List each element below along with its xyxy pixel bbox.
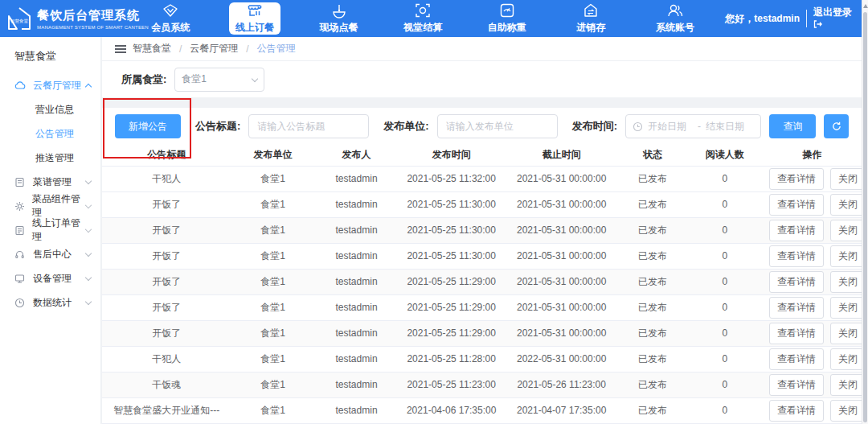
canteen-select[interactable]: 食堂1: [174, 68, 264, 92]
announcement-title-cell: 开饭了: [102, 217, 231, 243]
nav-inventory[interactable]: 进销存: [565, 0, 616, 37]
logout-button[interactable]: 退出登录: [813, 6, 854, 31]
svg-text:智慧食堂: 智慧食堂: [10, 19, 29, 24]
announcement-title-cell: 干犯人: [102, 346, 231, 372]
read-count-cell: 0: [687, 346, 764, 372]
close-button[interactable]: 关闭: [830, 400, 862, 422]
refresh-icon: [832, 121, 841, 131]
column-header: 截止时间: [505, 145, 619, 166]
clock-icon: [633, 121, 643, 132]
announcement-title-cell: 开饭了: [102, 243, 231, 269]
view-details-button[interactable]: 查看详情: [769, 194, 824, 216]
publish-time-cell: 2021-05-25 11:30:00: [399, 243, 505, 269]
sidebar-item-online-order-mgmt[interactable]: 线上订单管理: [0, 218, 100, 242]
view-details-button[interactable]: 查看详情: [769, 245, 824, 267]
publisher-cell: testadmin: [315, 269, 399, 294]
refresh-button[interactable]: [824, 114, 849, 138]
column-header: 公告标题: [102, 145, 231, 166]
close-button[interactable]: 关闭: [830, 220, 862, 241]
main-content: 智慧食堂 / 云餐厅管理 / 公告管理 所属食堂: 食堂1 新增公告 公告标题:…: [102, 37, 862, 424]
start-date-input[interactable]: [648, 121, 693, 132]
read-count-cell: 0: [687, 320, 764, 346]
end-time-cell: 2021-05-31 00:00:00: [505, 269, 619, 294]
unit-filter-input[interactable]: [437, 114, 558, 138]
view-details-button[interactable]: 查看详情: [769, 297, 824, 319]
sidebar-item-business-info[interactable]: 营业信息: [0, 97, 100, 121]
publish-time-cell: 2021-05-25 11:30:00: [399, 191, 505, 217]
vertical-scrollbar[interactable]: [862, 0, 868, 424]
publish-time-cell: 2021-05-25 11:29:00: [399, 294, 505, 320]
publish-time-cell: 2021-05-25 11:23:00: [399, 372, 505, 397]
announcement-table: 公告标题 发布单位 发布人 发布时间 截止时间 状态 阅读人数 操作 干犯人食堂…: [102, 145, 862, 424]
nav-system-accounts[interactable]: 系统账号: [649, 0, 701, 37]
close-button[interactable]: 关闭: [830, 194, 862, 216]
sidebar-item-device-mgmt[interactable]: 设备管理: [0, 266, 100, 290]
nav-self-weighing[interactable]: 自助称重: [481, 0, 533, 37]
view-details-button[interactable]: 查看详情: [769, 374, 824, 396]
title-filter-label: 公告标题:: [195, 119, 240, 134]
storefront-icon: [246, 2, 264, 19]
date-range-picker[interactable]: -: [625, 114, 761, 138]
status-cell: 已发布: [619, 372, 687, 397]
view-details-button[interactable]: 查看详情: [769, 271, 824, 293]
close-button[interactable]: 关闭: [830, 348, 862, 370]
publisher-cell: testadmin: [315, 191, 399, 217]
breadcrumb-item[interactable]: 智慧食堂: [133, 42, 171, 56]
sidebar-item-data-statistics[interactable]: 数据统计: [0, 290, 100, 315]
actions-cell: 查看详情关闭: [763, 217, 862, 243]
chevron-up-icon: [85, 83, 92, 89]
sidebar-item-cloud-restaurant[interactable]: 云餐厅管理: [0, 73, 100, 97]
close-button[interactable]: 关闭: [830, 245, 862, 267]
nav-vision-checkout[interactable]: 视堂结算: [397, 0, 448, 37]
view-details-button[interactable]: 查看详情: [769, 168, 824, 190]
statistics-icon: [14, 298, 27, 308]
user-area: 您好，testadmin 退出登录: [725, 0, 862, 37]
announcement-title-cell: 开饭了: [102, 269, 231, 294]
view-details-button[interactable]: 查看详情: [769, 348, 824, 370]
sidebar-title: 智慧食堂: [0, 37, 100, 73]
view-details-button[interactable]: 查看详情: [769, 400, 824, 422]
sidebar-item-push-mgmt[interactable]: 推送管理: [0, 146, 100, 170]
top-navigation: 会员系统 线上订餐 现场点餐 视堂结算 自助称重: [121, 0, 725, 37]
nav-online-ordering[interactable]: 线上订餐: [229, 2, 280, 35]
status-cell: 已发布: [619, 191, 687, 217]
sidebar-item-after-sales[interactable]: 售后中心: [0, 242, 100, 266]
actions-cell: 查看详情关闭: [763, 191, 862, 217]
end-time-cell: 2021-05-31 00:00:00: [505, 217, 619, 243]
table-row: 开饭了食堂1testadmin2021-05-25 11:29:002021-0…: [102, 269, 862, 294]
publish-unit-cell: 食堂1: [231, 269, 315, 294]
scrollbar-thumb[interactable]: [863, 12, 867, 422]
announcement-title-cell: 开饭了: [102, 191, 231, 217]
actions-cell: 查看详情关闭: [763, 166, 862, 191]
chevron-down-icon: [85, 274, 92, 280]
search-button[interactable]: 查询: [769, 114, 816, 138]
add-announcement-button[interactable]: 新增公告: [115, 114, 181, 138]
canteen-select-value: 食堂1: [182, 72, 207, 86]
publish-unit-cell: 食堂1: [231, 346, 315, 372]
scale-icon: [499, 2, 515, 19]
view-details-button[interactable]: 查看详情: [769, 220, 824, 241]
close-button[interactable]: 关闭: [830, 271, 862, 293]
divider: [806, 10, 807, 27]
close-button[interactable]: 关闭: [830, 297, 862, 319]
close-button[interactable]: 关闭: [830, 323, 862, 344]
collapse-menu-icon[interactable]: [115, 45, 126, 53]
title-filter-input[interactable]: [248, 114, 369, 138]
sidebar-item-dish-components[interactable]: 菜品组件管理: [0, 194, 100, 218]
sidebar-item-announcement-mgmt[interactable]: 公告管理: [0, 121, 100, 146]
publish-time-cell: 2021-05-25 11:29:00: [399, 320, 505, 346]
end-date-input[interactable]: [706, 121, 751, 132]
breadcrumb-item[interactable]: 云餐厅管理: [190, 42, 238, 56]
publish-time-cell: 2021-05-25 11:32:00: [399, 166, 505, 191]
view-details-button[interactable]: 查看详情: [769, 323, 824, 344]
nav-member-system[interactable]: 会员系统: [145, 0, 196, 37]
close-button[interactable]: 关闭: [830, 168, 862, 190]
table-row: 干饭魂食堂1testadmin2021-05-25 11:23:002021-0…: [102, 372, 862, 397]
close-button[interactable]: 关闭: [830, 374, 862, 396]
sidebar-item-recipe-mgmt[interactable]: 菜谱管理: [0, 170, 100, 194]
scroll-up-arrow[interactable]: [863, 4, 868, 8]
nav-onsite-ordering[interactable]: 现场点餐: [313, 0, 365, 37]
read-count-cell: 0: [687, 294, 764, 320]
column-header: 状态: [619, 145, 687, 166]
table-row: 智慧食堂盛大开业通知---食堂1testadmin2021-04-06 17:3…: [102, 397, 862, 423]
